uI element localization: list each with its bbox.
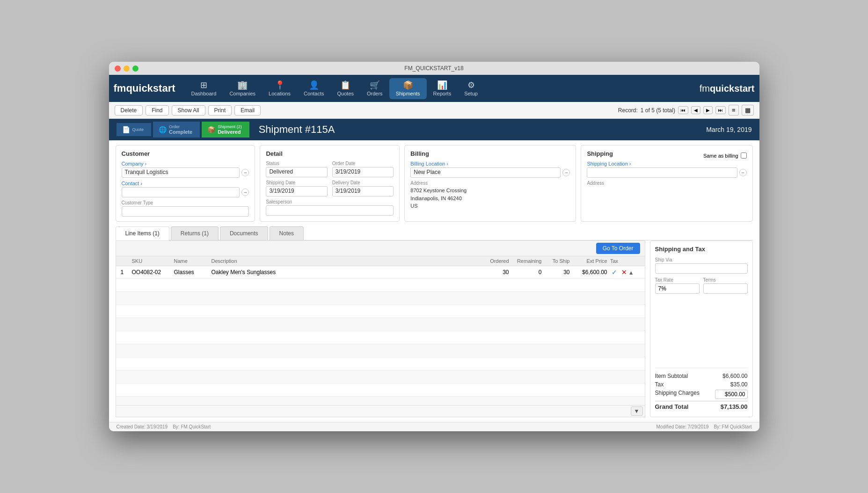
terms-input[interactable] <box>703 283 748 294</box>
shipping-location-link[interactable]: Shipping Location › <box>587 161 746 167</box>
tab-returns[interactable]: Returns (1) <box>171 226 219 240</box>
empty-row <box>116 344 645 357</box>
billing-location-remove-button[interactable]: − <box>562 169 570 176</box>
nav-item-locations[interactable]: 📍 Locations <box>262 78 297 99</box>
workflow-step-order[interactable]: 🌐 Order Complete <box>153 122 200 138</box>
shipping-location-value[interactable] <box>587 167 737 178</box>
row-toship: 30 <box>542 269 570 276</box>
billing-location-link[interactable]: Billing Location › <box>410 161 570 167</box>
nav-next-button[interactable]: ▶ <box>703 106 713 114</box>
close-button[interactable] <box>115 65 121 72</box>
tab-notes[interactable]: Notes <box>270 226 304 240</box>
empty-row <box>116 370 645 384</box>
status-label: Status <box>266 161 327 166</box>
nav-item-dashboard[interactable]: ⊞ Dashboard <box>185 78 223 99</box>
order-date-value[interactable]: 3/19/2019 <box>332 167 394 177</box>
empty-row <box>116 357 645 370</box>
record-label: Record: <box>618 107 638 114</box>
delete-button[interactable]: Delete <box>115 105 143 116</box>
footer: Created Date: 3/19/2019 By: FM QuickStar… <box>109 422 759 431</box>
empty-rows <box>116 279 645 405</box>
nav-label-orders: Orders <box>367 91 383 96</box>
same-as-billing-checkbox[interactable] <box>741 152 747 159</box>
billing-location-field: Billing Location › New Place − <box>410 161 570 178</box>
row-delete-icon[interactable]: ✕ <box>621 268 627 276</box>
empty-row <box>116 318 645 331</box>
ship-via-input[interactable] <box>655 263 748 274</box>
salesperson-value[interactable] <box>266 205 394 216</box>
nav-label-companies: Companies <box>229 91 255 96</box>
shipping-charges-input[interactable] <box>715 390 748 399</box>
tax-rate-input[interactable] <box>655 283 700 294</box>
brand-fm: fm <box>114 82 126 94</box>
col-header-num <box>121 258 132 264</box>
company-value[interactable]: Tranquil Logistics <box>122 167 240 178</box>
delivery-date-value[interactable]: 3/19/2019 <box>332 186 394 196</box>
shipment-date: March 19, 2019 <box>706 126 751 133</box>
quote-step-icon: 📄 <box>122 126 130 133</box>
contact-remove-button[interactable]: − <box>241 188 249 196</box>
logo-fm: fm <box>700 83 710 94</box>
col-header-remaining: Remaining <box>509 258 542 264</box>
toolbar: Delete Find Show All Print Email Record:… <box>109 102 759 119</box>
shipping-location-remove-button[interactable]: − <box>739 169 747 176</box>
print-button[interactable]: Print <box>208 105 232 116</box>
nav-item-reports[interactable]: 📊 Reports <box>427 78 458 99</box>
contact-field: Contact › − <box>122 181 249 197</box>
shipping-date-value[interactable]: 3/19/2019 <box>266 186 327 196</box>
nav-last-button[interactable]: ⏭ <box>715 106 726 114</box>
tax-row: Tax $35.00 <box>655 381 748 388</box>
nav-item-contacts[interactable]: 👤 Contacts <box>297 78 330 99</box>
row-extprice: $6,600.00 <box>570 269 607 276</box>
order-step-sublabel: Complete <box>169 129 192 135</box>
order-step-label: Order <box>169 124 192 129</box>
workflow-step-shipment[interactable]: 📦 Shipment (2) Delivered <box>202 122 249 138</box>
company-remove-button[interactable]: − <box>241 169 249 176</box>
nav-item-orders[interactable]: 🛒 Orders <box>360 78 389 99</box>
show-all-button[interactable]: Show All <box>172 105 205 116</box>
company-link[interactable]: Company › <box>122 161 249 167</box>
grid-view-button[interactable]: ▦ <box>742 105 754 116</box>
tax-rate-field: Tax Rate <box>655 277 700 294</box>
row-desc: Oakley Men's Sunglasses <box>212 269 479 276</box>
find-button[interactable]: Find <box>146 105 168 116</box>
status-field: Status Delivered <box>266 161 327 177</box>
customer-panel-title: Customer <box>122 150 249 157</box>
maximize-button[interactable] <box>132 65 139 72</box>
nav-prev-button[interactable]: ◀ <box>691 106 700 114</box>
nav-item-companies[interactable]: 🏢 Companies <box>223 78 262 99</box>
order-date-label: Order Date <box>332 161 394 166</box>
contact-link[interactable]: Contact › <box>122 181 249 186</box>
col-header-extprice: Ext Price <box>570 258 607 264</box>
contact-value[interactable] <box>122 187 240 197</box>
nav-item-setup[interactable]: ⚙ Setup <box>458 78 484 99</box>
tax-rate-label: Tax Rate <box>655 277 700 283</box>
list-view-button[interactable]: ≡ <box>729 105 739 116</box>
email-button[interactable]: Email <box>234 105 261 116</box>
status-value[interactable]: Delivered <box>266 167 327 177</box>
same-as-billing-label: Same as billing <box>703 153 738 159</box>
created-label: Created Date: 3/19/2019 <box>117 424 168 429</box>
table-header: SKU Name Description Ordered Remaining T… <box>116 256 645 266</box>
tab-line-items[interactable]: Line Items (1) <box>116 226 169 240</box>
minimize-button[interactable] <box>124 65 130 72</box>
order-date-field: Order Date 3/19/2019 <box>332 161 394 177</box>
orders-icon: 🛒 <box>370 81 380 89</box>
row-sku: OO4082-02 <box>132 269 174 276</box>
go-to-order-button[interactable]: Go To Order <box>596 243 640 254</box>
empty-row <box>116 305 645 318</box>
row-expand-icon[interactable]: ▲ <box>628 269 634 276</box>
nav-label-locations: Locations <box>269 91 291 96</box>
nav-item-shipments[interactable]: 📦 Shipments <box>389 78 427 99</box>
line-items-header: Go To Order <box>116 241 645 256</box>
row-actions: ✕ ▲ <box>621 268 640 276</box>
scroll-down-button[interactable]: ▼ <box>631 406 643 416</box>
row-name: Glasses <box>174 269 212 276</box>
shipping-panel: Shipping Same as billing Shipping Locati… <box>581 145 752 222</box>
tab-documents[interactable]: Documents <box>220 226 268 240</box>
workflow-step-quote[interactable]: 📄 Quote <box>117 123 152 136</box>
billing-location-value[interactable]: New Place <box>410 167 561 178</box>
nav-first-button[interactable]: ⏮ <box>678 106 688 114</box>
nav-item-quotes[interactable]: 📋 Quotes <box>331 78 360 99</box>
customer-type-value[interactable] <box>122 206 249 217</box>
